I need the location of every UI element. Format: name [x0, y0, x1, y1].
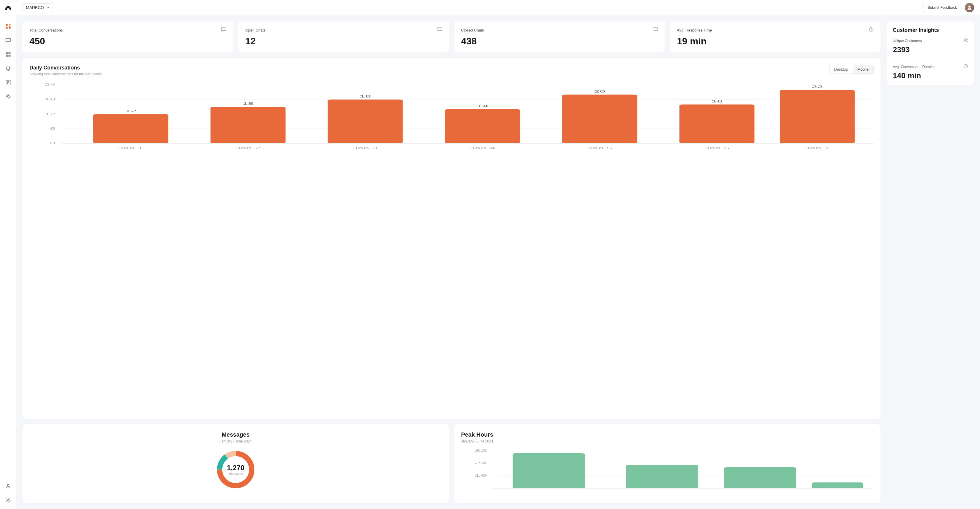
messages-title: Messages: [222, 431, 250, 438]
svg-rect-6: [6, 54, 8, 57]
tab-mobile[interactable]: Mobile: [853, 65, 873, 73]
sidebar-item-notifications[interactable]: [4, 64, 12, 72]
svg-point-15: [968, 6, 970, 8]
stat-card-open-chats: Open Chats 12: [238, 21, 449, 53]
svg-rect-62: [724, 467, 796, 488]
donut-value: 1,270: [227, 464, 244, 472]
sidebar-item-dashboard[interactable]: [4, 22, 12, 30]
messages-card: Messages January - June 2024: [22, 424, 449, 503]
svg-text:20: 20: [594, 89, 605, 93]
svg-text:Jan 4: Jan 4: [470, 146, 495, 150]
svg-rect-1: [9, 24, 11, 25]
daily-chart-svg: 24 18 12 6 0 12 Jan 1 1: [29, 82, 873, 164]
daily-bar-chart: 24 18 12 6 0 12 Jan 1 1: [29, 82, 873, 164]
sidebar-item-chats[interactable]: [4, 36, 12, 45]
stat-card-header: Open Chats: [245, 27, 442, 33]
svg-text:0: 0: [50, 141, 56, 145]
svg-text:18: 18: [45, 97, 56, 101]
svg-text:18: 18: [360, 94, 371, 98]
sidebar-item-grid[interactable]: [4, 50, 12, 58]
customer-insights-title: Customer Insights: [887, 21, 974, 33]
svg-text:22: 22: [811, 85, 823, 89]
peak-chart-svg: 32 24 16: [461, 448, 873, 495]
svg-rect-60: [513, 453, 585, 488]
messages-subtitle: January - June 2024: [220, 439, 251, 444]
svg-rect-2: [6, 27, 8, 29]
clock-icon-duration: [963, 64, 968, 69]
stat-open-label: Open Chats: [245, 28, 266, 32]
main-area: MARECO Submit Feedback Total Conv: [16, 0, 980, 509]
stat-card-header: Avg. Response Time: [677, 27, 873, 33]
app-logo[interactable]: [3, 5, 13, 14]
sidebar-item-users[interactable]: [4, 482, 12, 490]
daily-subtitle: Showing total conversations for the last…: [29, 72, 102, 76]
svg-rect-37: [445, 109, 520, 143]
messages-donut: 1,270 Messages: [215, 449, 256, 490]
chat-icon-total: [221, 27, 226, 33]
insight-header-duration: Avg. Conversation Duration: [893, 64, 968, 69]
sidebar: [0, 0, 16, 509]
stat-open-value: 12: [245, 36, 442, 47]
svg-rect-5: [8, 52, 11, 54]
stat-avg-value: 19 min: [677, 36, 873, 47]
content-area: Total Conversations 450 Open Chats: [16, 15, 980, 509]
svg-text:12: 12: [45, 112, 56, 116]
svg-point-64: [964, 39, 966, 40]
chat-icon-closed: [653, 27, 658, 33]
avg-duration-value: 140 min: [893, 71, 968, 80]
svg-text:6: 6: [50, 127, 56, 131]
stat-card-total-conversations: Total Conversations 450: [22, 21, 233, 53]
users-icon-insight: [963, 38, 968, 43]
unique-customers-label: Unique Customers: [893, 39, 922, 43]
svg-rect-3: [9, 26, 11, 29]
workspace-name: MARECO: [26, 5, 44, 10]
daily-conversations-card: Daily Conversations Showing total conver…: [22, 57, 881, 420]
svg-text:Jan 7: Jan 7: [805, 146, 830, 150]
svg-text:Jan 5: Jan 5: [587, 146, 612, 150]
daily-title: Daily Conversations: [29, 65, 102, 71]
insight-avg-duration: Avg. Conversation Duration 140 min: [887, 59, 974, 85]
svg-rect-28: [93, 114, 168, 143]
chevron-down-icon: [46, 6, 49, 10]
stat-closed-label: Closed Chats: [461, 28, 484, 32]
tab-desktop[interactable]: Desktop: [829, 65, 853, 73]
stat-card-closed-chats: Closed Chats 438: [454, 21, 665, 53]
left-column: Total Conversations 450 Open Chats: [22, 21, 881, 503]
svg-text:16: 16: [711, 99, 722, 103]
customer-insights-card: Customer Insights Unique Customers: [887, 21, 974, 85]
svg-rect-7: [8, 54, 11, 57]
sidebar-item-reports[interactable]: [4, 78, 12, 86]
svg-text:15: 15: [242, 102, 254, 106]
peak-title: Peak Hours: [461, 431, 873, 438]
svg-rect-40: [562, 94, 637, 143]
svg-rect-0: [6, 24, 8, 26]
svg-rect-31: [211, 107, 286, 143]
svg-text:Jan 1: Jan 1: [118, 146, 143, 150]
svg-point-13: [7, 485, 9, 486]
sidebar-item-integrations[interactable]: [4, 92, 12, 101]
svg-text:16: 16: [474, 474, 487, 477]
insight-header-unique: Unique Customers: [893, 38, 968, 43]
svg-point-65: [966, 39, 967, 40]
stat-avg-label: Avg. Response Time: [677, 28, 712, 32]
stat-closed-value: 438: [461, 36, 658, 47]
peak-hours-card: Peak Hours January - June 2024 32 24 16: [454, 424, 881, 503]
user-avatar[interactable]: [965, 3, 974, 12]
right-column: Customer Insights Unique Customers: [887, 21, 974, 503]
sidebar-item-settings[interactable]: [4, 496, 12, 504]
avg-duration-label: Avg. Conversation Duration: [893, 65, 935, 69]
workspace-selector[interactable]: MARECO: [22, 3, 53, 12]
chat-icon-open: [437, 27, 442, 33]
clock-icon-avg: [869, 27, 873, 33]
unique-customers-value: 2393: [893, 45, 968, 54]
submit-feedback-button[interactable]: Submit Feedback: [923, 3, 961, 12]
daily-title-group: Daily Conversations Showing total conver…: [29, 65, 102, 76]
svg-text:14: 14: [477, 104, 488, 108]
daily-header: Daily Conversations Showing total conver…: [29, 65, 873, 76]
svg-point-12: [7, 96, 9, 97]
svg-rect-34: [328, 99, 403, 143]
svg-text:32: 32: [474, 449, 487, 452]
svg-rect-46: [780, 90, 854, 143]
tab-group-device: Desktop Mobile: [829, 65, 873, 74]
stat-card-avg-response: Avg. Response Time 19 min: [670, 21, 881, 53]
